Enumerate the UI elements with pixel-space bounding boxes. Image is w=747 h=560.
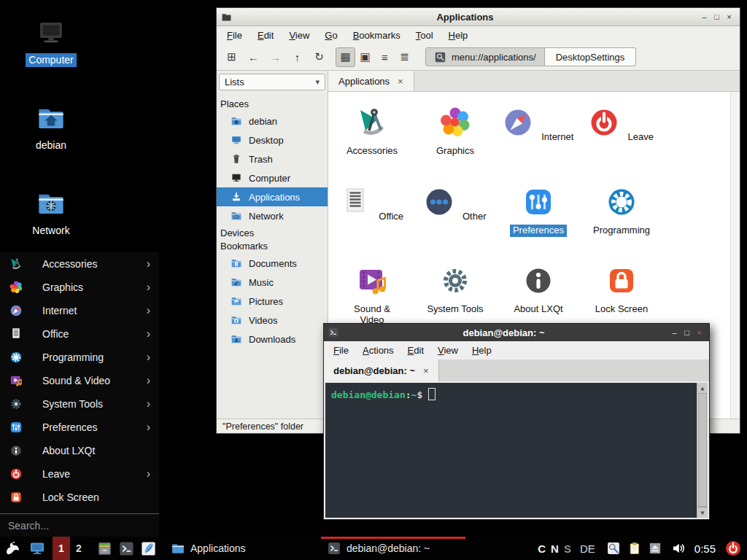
tab-applications[interactable]: Applications × xyxy=(328,71,414,91)
menu-view[interactable]: View xyxy=(289,30,309,41)
sidebar-item-desktop[interactable]: Desktop xyxy=(217,131,328,149)
volume-icon[interactable] xyxy=(671,541,686,556)
folder-item-system-tools[interactable]: System Tools xyxy=(415,263,495,316)
path-segment-desktopsettings[interactable]: DesktopSettings xyxy=(545,47,637,66)
folder-item-internet[interactable]: Internet xyxy=(498,105,578,144)
power-button-icon[interactable] xyxy=(724,540,742,557)
terminal-screen[interactable]: debian@debian:~$ ▲ ▼ xyxy=(325,383,708,518)
reload-button[interactable]: ↻ xyxy=(309,47,329,67)
desktop-icon-home[interactable]: debian xyxy=(10,103,92,152)
menu-item-lock-screen[interactable]: Lock Screen xyxy=(0,486,159,509)
folder-item-programming[interactable]: Programming xyxy=(581,184,662,237)
sidebar-item-videos[interactable]: Videos xyxy=(217,311,328,330)
new-tab-button[interactable]: ⊞ xyxy=(222,47,241,67)
menu-item-about-lxqt[interactable]: About LXQt xyxy=(0,439,159,462)
menu-item-leave[interactable]: Leave › xyxy=(0,462,159,486)
menu-bookmarks[interactable]: Bookmarks xyxy=(353,30,400,41)
path-segment-current[interactable]: menu://applications/ xyxy=(425,47,545,66)
compact-view-button[interactable]: ≡ xyxy=(375,47,395,67)
back-button[interactable]: ← xyxy=(244,47,263,67)
workspace-2-button[interactable]: 2 xyxy=(70,537,88,560)
maximize-button[interactable]: □ xyxy=(711,13,723,21)
terminal-scrollbar[interactable]: ▲ ▼ xyxy=(697,383,708,518)
menu-item-sound-video[interactable]: Sound & Video › xyxy=(0,369,159,392)
fm-sidebar: Lists ▾ Places debian Desktop Trash xyxy=(217,71,328,419)
sidebar-item-network[interactable]: Network xyxy=(217,206,328,225)
detailed-view-button[interactable]: ≣ xyxy=(395,47,414,67)
folder-item-accessories[interactable]: Accessories xyxy=(332,105,412,158)
tab-close-icon[interactable]: × xyxy=(423,365,429,376)
sidebar-item-music[interactable]: Music xyxy=(217,273,328,292)
folder-item-other[interactable]: Other xyxy=(415,184,495,223)
folder-item-sound-video[interactable]: Sound & Video xyxy=(332,263,412,327)
menu-file[interactable]: File xyxy=(333,345,349,356)
maximize-button[interactable]: □ xyxy=(681,329,693,337)
sidebar-mode-selector[interactable]: Lists ▾ xyxy=(219,74,325,90)
removable-media-icon[interactable] xyxy=(649,542,662,555)
sidebar-item-computer[interactable]: Computer xyxy=(217,168,328,187)
quicklaunch-terminal[interactable] xyxy=(115,537,137,560)
tab-close-icon[interactable]: × xyxy=(398,76,403,87)
clipboard-tray-icon[interactable] xyxy=(627,541,642,556)
scrollbar-thumb[interactable] xyxy=(698,393,707,507)
vertical-scrollbar[interactable] xyxy=(730,92,740,419)
up-button[interactable]: ↑ xyxy=(287,47,307,67)
sidebar-item-pictures[interactable]: Pictures xyxy=(217,292,328,311)
keyboard-indicator[interactable]: C N S xyxy=(538,542,571,555)
quicklaunch-featherpad[interactable] xyxy=(137,537,159,560)
workspace-1-button[interactable]: 1 xyxy=(53,537,70,560)
internet-icon xyxy=(9,303,23,318)
folder-item-preferences[interactable]: Preferences xyxy=(498,184,578,237)
sidebar-item-trash[interactable]: Trash xyxy=(217,149,328,168)
menu-search-input[interactable] xyxy=(7,519,152,532)
menu-item-graphics[interactable]: Graphics › xyxy=(0,276,159,299)
menu-item-programming[interactable]: Programming › xyxy=(0,346,159,369)
scroll-down-icon[interactable]: ▼ xyxy=(697,507,708,518)
screenshot-tray-icon[interactable] xyxy=(606,541,621,556)
menu-item-system-tools[interactable]: System Tools › xyxy=(0,392,159,416)
sidebar-item-downloads[interactable]: Downloads xyxy=(217,330,328,349)
menu-tool[interactable]: Tool xyxy=(416,30,433,41)
menu-file[interactable]: File xyxy=(227,30,242,41)
folder-item-leave[interactable]: Leave xyxy=(581,105,662,144)
num-indicator: N xyxy=(551,542,559,555)
desktop-icon-network[interactable]: Network xyxy=(10,188,92,238)
folder-item-about-lxqt[interactable]: About LXQt xyxy=(498,263,578,316)
sidebar-item-applications[interactable]: Applications xyxy=(217,187,328,206)
menu-help[interactable]: Help xyxy=(472,345,492,356)
close-button[interactable]: × xyxy=(693,329,705,337)
menu-item-internet[interactable]: Internet › xyxy=(0,299,159,322)
fm-titlebar[interactable]: Applications – □ × xyxy=(217,8,740,26)
sidebar-item-debian[interactable]: debian xyxy=(217,112,328,131)
folder-item-graphics[interactable]: Graphics xyxy=(415,105,495,158)
icon-view-button[interactable]: ▦ xyxy=(336,47,355,67)
show-desktop-button[interactable] xyxy=(26,537,48,560)
menu-item-office[interactable]: Office › xyxy=(0,322,159,346)
sidebar-item-documents[interactable]: Documents xyxy=(217,254,328,273)
menu-edit[interactable]: Edit xyxy=(258,30,274,41)
menu-item-accessories[interactable]: Accessories › xyxy=(0,252,159,276)
keyboard-layout[interactable]: DE xyxy=(580,542,595,555)
menu-go[interactable]: Go xyxy=(325,30,337,41)
task-button-applications[interactable]: Applications xyxy=(165,537,309,560)
quicklaunch-file-manager[interactable] xyxy=(93,537,115,560)
menu-help[interactable]: Help xyxy=(449,30,468,41)
terminal-titlebar[interactable]: debian@debian: ~ – □ × xyxy=(324,324,709,341)
minimize-button[interactable]: – xyxy=(698,13,711,21)
menu-actions[interactable]: Actions xyxy=(363,345,394,356)
menu-item-preferences[interactable]: Preferences › xyxy=(0,416,159,439)
terminal-tab[interactable]: debian@debian: ~ × xyxy=(324,359,439,381)
forward-button[interactable]: → xyxy=(266,47,285,67)
menu-view[interactable]: View xyxy=(438,345,458,356)
folder-item-office[interactable]: Office xyxy=(332,184,412,223)
main-menu-button[interactable] xyxy=(0,537,26,560)
folder-item-lock-screen[interactable]: Lock Screen xyxy=(581,263,662,316)
close-button[interactable]: × xyxy=(723,13,735,21)
menu-edit[interactable]: Edit xyxy=(408,345,424,356)
desktop-icon-computer[interactable]: Computer xyxy=(10,18,92,67)
scroll-up-icon[interactable]: ▲ xyxy=(697,383,708,393)
thumbnail-view-button[interactable]: ▣ xyxy=(355,47,375,67)
clock[interactable]: 0:55 xyxy=(694,542,716,555)
task-button-terminal[interactable]: debian@debian: ~ xyxy=(321,537,465,560)
minimize-button[interactable]: – xyxy=(668,329,681,337)
